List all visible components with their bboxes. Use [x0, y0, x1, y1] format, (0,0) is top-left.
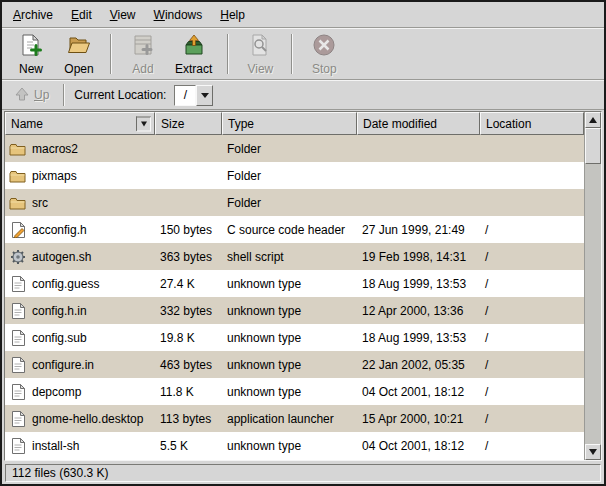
file-size: 463 bytes: [155, 351, 222, 378]
dropdown-arrow-icon: [201, 93, 209, 98]
toolbar-button-label: Open: [64, 62, 93, 76]
toolbar-separator: [227, 34, 229, 74]
table-row[interactable]: config.guess 27.4 K unknown type 18 Aug …: [5, 270, 584, 297]
file-size: [155, 135, 222, 162]
file-icon: [8, 276, 27, 292]
file-date: [357, 135, 480, 162]
file-date: 18 Aug 1999, 13:53: [357, 270, 480, 297]
file-name: gnome-hello.desktop: [32, 412, 143, 426]
cell-name: config.guess: [5, 270, 155, 297]
file-location: /: [480, 216, 584, 243]
cell-name: autogen.sh: [5, 243, 155, 270]
table-row[interactable]: configure.in 463 bytes unknown type 22 J…: [5, 351, 584, 378]
toolbar-button-label: Stop: [312, 62, 337, 76]
cell-name: config.h.in: [5, 297, 155, 324]
file-type: Folder: [222, 162, 357, 189]
current-location-label: Current Location:: [74, 88, 166, 102]
open-button[interactable]: Open: [56, 31, 102, 77]
file-icon: [8, 357, 27, 373]
document-icon: [11, 384, 25, 400]
file-size: 19.8 K: [155, 324, 222, 351]
menu-label: View: [110, 8, 136, 22]
file-location: [480, 189, 584, 216]
menu-windows[interactable]: Windows: [145, 2, 212, 27]
add-button[interactable]: Add: [120, 31, 166, 77]
document-icon: [11, 411, 25, 427]
column-header-type[interactable]: Type: [222, 112, 357, 135]
scrollbar-up-button[interactable]: [585, 112, 601, 128]
sort-indicator[interactable]: [136, 116, 151, 131]
up-button[interactable]: Up: [7, 83, 57, 108]
toolbar: New Open Add: [2, 28, 604, 80]
add-files-icon: [131, 33, 155, 60]
cell-name: depcomp: [5, 378, 155, 405]
column-header-size[interactable]: Size: [155, 112, 222, 135]
file-name: macros2: [32, 142, 78, 156]
file-size: 332 bytes: [155, 297, 222, 324]
toolbar-button-label: Extract: [175, 62, 212, 76]
column-label: Date modified: [363, 117, 437, 131]
file-size: [155, 162, 222, 189]
extract-button[interactable]: Extract: [168, 31, 219, 77]
file-icon: [8, 330, 27, 346]
file-date: 19 Feb 1998, 14:31: [357, 243, 480, 270]
column-header-name[interactable]: Name: [5, 112, 155, 135]
file-date: [357, 189, 480, 216]
location-combo[interactable]: /: [174, 85, 213, 106]
file-date: 22 Jan 2002, 05:35: [357, 351, 480, 378]
menu-archive[interactable]: Archive: [4, 2, 62, 27]
scroll-up-icon: [589, 117, 597, 123]
table-row[interactable]: config.h.in 332 bytes unknown type 12 Ap…: [5, 297, 584, 324]
file-type: unknown type: [222, 297, 357, 324]
scrollbar-down-button[interactable]: [585, 444, 601, 460]
menu-label: Help: [220, 8, 245, 22]
cell-name: pixmaps: [5, 162, 155, 189]
file-size: [155, 189, 222, 216]
menu-help[interactable]: Help: [211, 2, 254, 27]
menu-edit[interactable]: Edit: [62, 2, 101, 27]
file-name: configure.in: [32, 358, 94, 372]
file-icon: [8, 249, 27, 265]
table-row[interactable]: install-sh 5.5 K unknown type 04 Oct 200…: [5, 432, 584, 459]
cell-name: macros2: [5, 135, 155, 162]
up-arrow-icon: [15, 87, 29, 104]
file-date: 15 Apr 2000, 10:21: [357, 405, 480, 432]
folder-icon: [9, 142, 26, 156]
table-row[interactable]: src Folder: [5, 189, 584, 216]
location-combo-button[interactable]: [196, 85, 213, 106]
view-button[interactable]: View: [237, 31, 283, 77]
location-separator: [63, 84, 65, 106]
cell-name: acconfig.h: [5, 216, 155, 243]
column-header-location[interactable]: Location: [480, 112, 584, 135]
table-row[interactable]: autogen.sh 363 bytes shell script 19 Feb…: [5, 243, 584, 270]
vertical-scrollbar[interactable]: [584, 112, 601, 460]
cell-name: configure.in: [5, 351, 155, 378]
column-label: Type: [228, 117, 254, 131]
location-bar: Up Current Location: /: [2, 80, 604, 110]
extract-icon: [182, 33, 206, 60]
table-row[interactable]: depcomp 11.8 K unknown type 04 Oct 2001,…: [5, 378, 584, 405]
file-type: unknown type: [222, 270, 357, 297]
open-archive-icon: [67, 33, 91, 60]
new-button[interactable]: New: [8, 31, 54, 77]
file-size: 113 bytes: [155, 405, 222, 432]
scrollbar-trough[interactable]: [585, 128, 601, 444]
table-row[interactable]: pixmaps Folder: [5, 162, 584, 189]
file-location: /: [480, 432, 584, 459]
table-row[interactable]: config.sub 19.8 K unknown type 18 Aug 19…: [5, 324, 584, 351]
file-type: unknown type: [222, 378, 357, 405]
file-date: 04 Oct 2001, 18:12: [357, 432, 480, 459]
gear-icon: [10, 249, 26, 265]
table-row[interactable]: macros2 Folder: [5, 135, 584, 162]
menu-view[interactable]: View: [101, 2, 145, 27]
toolbar-button-label: New: [19, 62, 43, 76]
table-row[interactable]: gnome-hello.desktop 113 bytes applicatio…: [5, 405, 584, 432]
scrollbar-thumb[interactable]: [585, 128, 601, 164]
stop-button[interactable]: Stop: [301, 31, 347, 77]
document-icon: [11, 438, 25, 454]
column-header-date-modified[interactable]: Date modified: [357, 112, 480, 135]
table-row[interactable]: acconfig.h 150 bytes C source code heade…: [5, 216, 584, 243]
file-name: autogen.sh: [32, 250, 91, 264]
document-icon: [11, 276, 25, 292]
file-location: /: [480, 405, 584, 432]
